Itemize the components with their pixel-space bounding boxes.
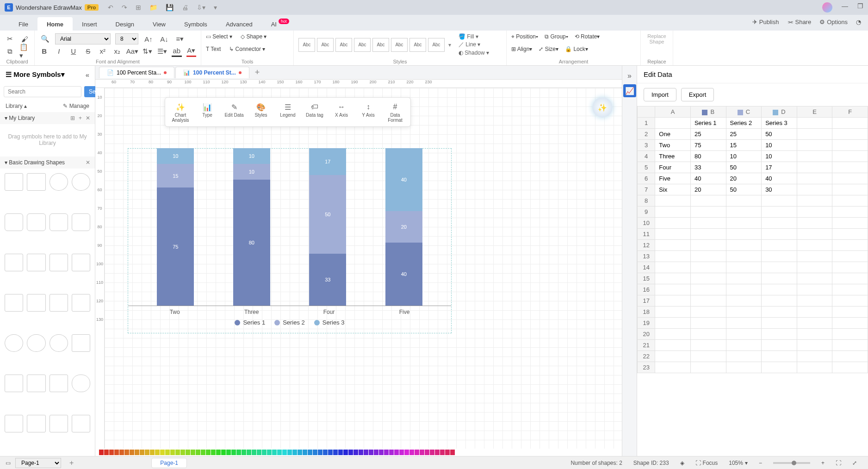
palette-swatch[interactable]	[130, 450, 134, 455]
menu-design[interactable]: Design	[106, 17, 143, 31]
font-search-icon[interactable]: 🔍	[39, 33, 50, 44]
group-button[interactable]: ⧉ Group▾	[545, 33, 568, 40]
series-header-cell[interactable]: Series 1	[690, 118, 726, 129]
col-header[interactable]: F	[832, 106, 868, 118]
shape-item[interactable]	[27, 173, 45, 191]
position-button[interactable]: ⌖ Position▾	[511, 33, 538, 40]
more-symbols-label[interactable]: More Symbols	[13, 70, 61, 78]
chart-tool-type[interactable]: 📊Type	[194, 100, 221, 124]
underline-icon[interactable]: U	[68, 46, 79, 57]
palette-swatch[interactable]	[379, 450, 384, 455]
palette-swatch[interactable]	[99, 450, 104, 455]
style-swatch[interactable]: Abc	[409, 38, 426, 52]
line-button[interactable]: ／ Line ▾	[459, 41, 489, 49]
shape-item[interactable]	[72, 173, 90, 191]
data-cell[interactable]: Two	[655, 140, 691, 151]
color-palette[interactable]	[95, 449, 622, 456]
menu-home[interactable]: Home	[37, 17, 73, 31]
superscript-icon[interactable]: x²	[98, 46, 108, 57]
italic-icon[interactable]: I	[54, 46, 64, 57]
font-select[interactable]: Arial	[55, 33, 111, 44]
palette-swatch[interactable]	[175, 450, 180, 455]
palette-swatch[interactable]	[308, 450, 312, 455]
palette-swatch[interactable]	[221, 450, 226, 455]
palette-swatch[interactable]	[262, 450, 267, 455]
fill-button[interactable]: 🪣 Fill ▾	[459, 33, 489, 40]
palette-swatch[interactable]	[231, 450, 236, 455]
data-cell[interactable]: 50	[762, 129, 797, 140]
shape-item[interactable]	[27, 294, 45, 312]
shape-item[interactable]	[50, 294, 68, 312]
zoom-level[interactable]: 105% ▾	[729, 460, 748, 466]
palette-swatch[interactable]	[328, 450, 333, 455]
palette-swatch[interactable]	[353, 450, 358, 455]
palette-swatch[interactable]	[155, 450, 160, 455]
shape-item[interactable]	[5, 294, 23, 312]
shape-item[interactable]	[5, 334, 23, 352]
palette-swatch[interactable]	[170, 450, 175, 455]
shadow-button[interactable]: ◐ Shadow ▾	[459, 50, 489, 56]
data-cell[interactable]: Six	[655, 184, 691, 195]
menu-advanced[interactable]: Advanced	[217, 17, 262, 31]
col-header[interactable]: A	[655, 106, 691, 118]
new-icon[interactable]: ⊞	[136, 4, 141, 11]
palette-swatch[interactable]	[323, 450, 328, 455]
palette-swatch[interactable]	[313, 450, 317, 455]
palette-swatch[interactable]	[242, 450, 246, 455]
style-gallery-more[interactable]: ▾	[448, 42, 451, 48]
palette-swatch[interactable]	[298, 450, 302, 455]
data-cell[interactable]: 80	[690, 151, 726, 162]
bar-stack[interactable]: 751510	[157, 148, 194, 306]
notification-icon[interactable]: ◔	[856, 19, 861, 25]
palette-swatch[interactable]	[450, 450, 455, 455]
series-header-cell[interactable]: Series 2	[726, 118, 762, 129]
manage-button[interactable]: ✎ Manage	[63, 103, 89, 109]
font-size-select[interactable]: 8	[115, 33, 138, 44]
data-cell[interactable]: 50	[726, 184, 762, 195]
data-cell[interactable]: 40	[762, 173, 797, 184]
chart-tool-y-axis[interactable]: ↕Y Axis	[355, 100, 382, 124]
chart-tool-edit-data[interactable]: ✎Edit Data	[221, 100, 248, 124]
legend-item[interactable]: Series 1	[235, 319, 265, 326]
data-cell[interactable]: 25	[726, 129, 762, 140]
palette-swatch[interactable]	[318, 450, 322, 455]
palette-swatch[interactable]	[109, 450, 114, 455]
palette-swatch[interactable]	[364, 450, 368, 455]
shape-item[interactable]	[50, 173, 68, 191]
connector-button[interactable]: ↳ Connector ▾	[229, 46, 265, 52]
mylib-close-icon[interactable]: ✕	[86, 115, 90, 121]
palette-swatch[interactable]	[440, 450, 445, 455]
palette-swatch[interactable]	[150, 450, 155, 455]
data-cell[interactable]: 30	[762, 184, 797, 195]
options-button[interactable]: ⚙ Options	[819, 19, 848, 25]
export-icon[interactable]: ⇩▾	[197, 4, 205, 11]
shape-item[interactable]	[72, 254, 90, 271]
shape-item[interactable]	[72, 294, 90, 312]
shape-button[interactable]: ◇ Shape ▾	[241, 33, 267, 40]
col-header[interactable]: B	[690, 106, 726, 118]
palette-swatch[interactable]	[180, 450, 185, 455]
qat-more-icon[interactable]: ▾	[214, 4, 217, 11]
shape-item[interactable]	[27, 334, 45, 352]
style-swatch[interactable]: Abc	[428, 38, 445, 52]
palette-swatch[interactable]	[389, 450, 394, 455]
shape-item[interactable]	[50, 375, 68, 392]
my-library-label[interactable]: My Library	[9, 115, 35, 121]
series-header-cell[interactable]: Series 3	[762, 118, 797, 129]
palette-swatch[interactable]	[236, 450, 241, 455]
collapse-panel-icon[interactable]: «	[86, 71, 89, 79]
palette-swatch[interactable]	[186, 450, 190, 455]
redo-icon[interactable]: ↷	[122, 4, 127, 11]
shape-item[interactable]	[5, 375, 23, 392]
canvas[interactable]: ✨Chart Analysis📊Type✎Edit Data🎨Styles☰Le…	[105, 88, 622, 449]
add-page-button[interactable]: +	[69, 459, 74, 467]
shape-item[interactable]	[50, 415, 68, 432]
palette-swatch[interactable]	[394, 450, 399, 455]
layers-icon[interactable]: ◈	[680, 460, 684, 466]
data-cell[interactable]: 25	[690, 129, 726, 140]
fullscreen-icon[interactable]: ⤢	[852, 460, 857, 466]
ai-assistant-icon[interactable]: ✨	[592, 97, 613, 118]
chart-tool-data-tag[interactable]: 🏷Data tag	[301, 100, 328, 124]
bold-icon[interactable]: B	[39, 46, 50, 57]
palette-swatch[interactable]	[160, 450, 165, 455]
